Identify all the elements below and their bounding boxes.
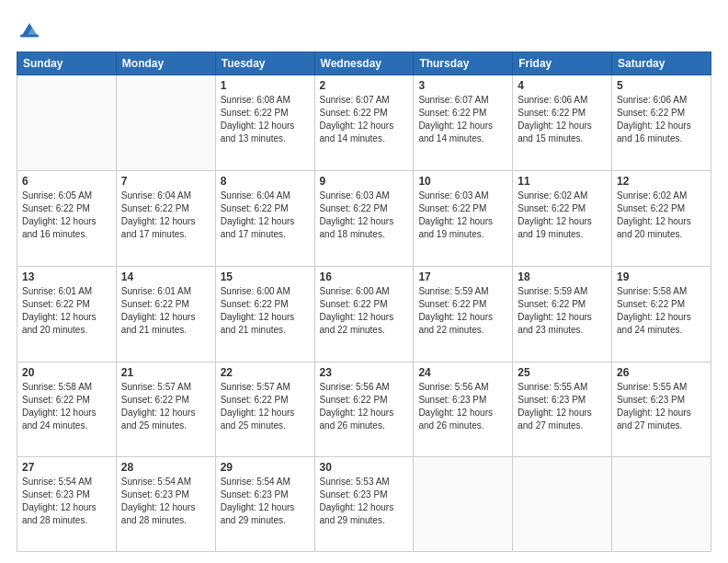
weekday-header: Thursday xyxy=(414,52,513,75)
day-number: 7 xyxy=(121,175,210,188)
day-info: Sunrise: 5:57 AM Sunset: 6:22 PM Dayligh… xyxy=(121,381,210,432)
day-info: Sunrise: 6:04 AM Sunset: 6:22 PM Dayligh… xyxy=(221,190,310,241)
calendar-cell: 29Sunrise: 5:54 AM Sunset: 6:23 PM Dayli… xyxy=(215,457,314,552)
calendar-cell: 12Sunrise: 6:02 AM Sunset: 6:22 PM Dayli… xyxy=(612,170,711,266)
day-info: Sunrise: 5:54 AM Sunset: 6:23 PM Dayligh… xyxy=(121,476,210,527)
calendar-cell: 2Sunrise: 6:07 AM Sunset: 6:22 PM Daylig… xyxy=(314,75,414,171)
calendar-cell: 20Sunrise: 5:58 AM Sunset: 6:22 PM Dayli… xyxy=(17,362,117,457)
day-info: Sunrise: 5:58 AM Sunset: 6:22 PM Dayligh… xyxy=(617,285,706,337)
calendar-cell: 10Sunrise: 6:03 AM Sunset: 6:22 PM Dayli… xyxy=(414,170,513,266)
calendar-cell: 22Sunrise: 5:57 AM Sunset: 6:22 PM Dayli… xyxy=(215,362,314,457)
calendar-week-row: 20Sunrise: 5:58 AM Sunset: 6:22 PM Dayli… xyxy=(17,362,711,457)
day-number: 15 xyxy=(221,270,310,283)
day-number: 9 xyxy=(320,175,409,188)
day-number: 29 xyxy=(221,461,310,474)
day-info: Sunrise: 6:07 AM Sunset: 6:22 PM Dayligh… xyxy=(320,94,409,145)
day-info: Sunrise: 5:55 AM Sunset: 6:23 PM Dayligh… xyxy=(617,381,706,432)
day-info: Sunrise: 5:56 AM Sunset: 6:22 PM Dayligh… xyxy=(320,381,409,432)
calendar-week-row: 13Sunrise: 6:01 AM Sunset: 6:22 PM Dayli… xyxy=(17,266,711,362)
calendar-cell: 5Sunrise: 6:06 AM Sunset: 6:22 PM Daylig… xyxy=(612,75,711,171)
day-number: 10 xyxy=(418,175,507,188)
logo xyxy=(17,17,46,42)
day-info: Sunrise: 6:00 AM Sunset: 6:22 PM Dayligh… xyxy=(320,285,409,337)
day-info: Sunrise: 5:54 AM Sunset: 6:23 PM Dayligh… xyxy=(221,476,310,527)
day-info: Sunrise: 6:06 AM Sunset: 6:22 PM Dayligh… xyxy=(518,94,607,145)
calendar-header-row: SundayMondayTuesdayWednesdayThursdayFrid… xyxy=(17,52,711,75)
day-info: Sunrise: 5:56 AM Sunset: 6:23 PM Dayligh… xyxy=(418,381,507,432)
day-number: 24 xyxy=(418,366,507,379)
calendar-table: SundayMondayTuesdayWednesdayThursdayFrid… xyxy=(17,52,711,552)
calendar-cell: 13Sunrise: 6:01 AM Sunset: 6:22 PM Dayli… xyxy=(17,266,117,362)
day-info: Sunrise: 6:02 AM Sunset: 6:22 PM Dayligh… xyxy=(617,190,706,241)
calendar-cell: 18Sunrise: 5:59 AM Sunset: 6:22 PM Dayli… xyxy=(513,266,612,362)
calendar-cell: 3Sunrise: 6:07 AM Sunset: 6:22 PM Daylig… xyxy=(414,75,513,171)
calendar-cell: 15Sunrise: 6:00 AM Sunset: 6:22 PM Dayli… xyxy=(215,266,314,362)
day-info: Sunrise: 5:59 AM Sunset: 6:22 PM Dayligh… xyxy=(518,285,607,337)
calendar-cell: 17Sunrise: 5:59 AM Sunset: 6:22 PM Dayli… xyxy=(414,266,513,362)
day-info: Sunrise: 5:53 AM Sunset: 6:23 PM Dayligh… xyxy=(320,476,409,527)
day-info: Sunrise: 6:08 AM Sunset: 6:22 PM Dayligh… xyxy=(221,94,310,145)
day-number: 12 xyxy=(617,175,706,188)
calendar-cell: 4Sunrise: 6:06 AM Sunset: 6:22 PM Daylig… xyxy=(513,75,612,171)
calendar-cell: 28Sunrise: 5:54 AM Sunset: 6:23 PM Dayli… xyxy=(116,457,215,552)
day-number: 5 xyxy=(617,79,706,92)
calendar-cell: 25Sunrise: 5:55 AM Sunset: 6:23 PM Dayli… xyxy=(513,362,612,457)
day-info: Sunrise: 5:55 AM Sunset: 6:23 PM Dayligh… xyxy=(518,381,607,432)
day-info: Sunrise: 6:06 AM Sunset: 6:22 PM Dayligh… xyxy=(617,94,706,145)
calendar-cell: 19Sunrise: 5:58 AM Sunset: 6:22 PM Dayli… xyxy=(612,266,711,362)
day-number: 27 xyxy=(22,461,111,474)
weekday-header: Saturday xyxy=(612,52,711,75)
day-number: 28 xyxy=(121,461,210,474)
day-info: Sunrise: 6:04 AM Sunset: 6:22 PM Dayligh… xyxy=(121,190,210,241)
day-number: 23 xyxy=(320,366,409,379)
day-number: 30 xyxy=(320,461,409,474)
day-number: 18 xyxy=(518,270,607,283)
calendar-cell: 7Sunrise: 6:04 AM Sunset: 6:22 PM Daylig… xyxy=(116,170,215,266)
day-info: Sunrise: 6:02 AM Sunset: 6:22 PM Dayligh… xyxy=(518,190,607,241)
day-number: 2 xyxy=(320,79,409,92)
calendar-cell: 16Sunrise: 6:00 AM Sunset: 6:22 PM Dayli… xyxy=(314,266,414,362)
day-info: Sunrise: 5:58 AM Sunset: 6:22 PM Dayligh… xyxy=(22,381,111,432)
day-number: 14 xyxy=(121,270,210,283)
weekday-header: Tuesday xyxy=(215,52,314,75)
day-number: 17 xyxy=(418,270,507,283)
day-number: 6 xyxy=(22,175,111,188)
day-number: 22 xyxy=(221,366,310,379)
calendar-cell: 27Sunrise: 5:54 AM Sunset: 6:23 PM Dayli… xyxy=(17,457,117,552)
calendar-cell: 23Sunrise: 5:56 AM Sunset: 6:22 PM Dayli… xyxy=(314,362,414,457)
svg-rect-2 xyxy=(20,35,39,38)
calendar-cell xyxy=(414,457,513,552)
calendar-cell: 24Sunrise: 5:56 AM Sunset: 6:23 PM Dayli… xyxy=(414,362,513,457)
day-info: Sunrise: 5:57 AM Sunset: 6:22 PM Dayligh… xyxy=(221,381,310,432)
day-info: Sunrise: 6:03 AM Sunset: 6:22 PM Dayligh… xyxy=(320,190,409,241)
calendar-cell xyxy=(116,75,215,171)
day-info: Sunrise: 6:07 AM Sunset: 6:22 PM Dayligh… xyxy=(418,94,507,145)
day-number: 26 xyxy=(617,366,706,379)
calendar-cell: 21Sunrise: 5:57 AM Sunset: 6:22 PM Dayli… xyxy=(116,362,215,457)
day-info: Sunrise: 5:54 AM Sunset: 6:23 PM Dayligh… xyxy=(22,476,111,527)
calendar-cell: 14Sunrise: 6:01 AM Sunset: 6:22 PM Dayli… xyxy=(116,266,215,362)
logo-icon xyxy=(17,17,42,42)
calendar-week-row: 1Sunrise: 6:08 AM Sunset: 6:22 PM Daylig… xyxy=(17,75,711,171)
calendar-cell: 8Sunrise: 6:04 AM Sunset: 6:22 PM Daylig… xyxy=(215,170,314,266)
calendar-week-row: 6Sunrise: 6:05 AM Sunset: 6:22 PM Daylig… xyxy=(17,170,711,266)
day-number: 4 xyxy=(518,79,607,92)
calendar-cell xyxy=(17,75,117,171)
calendar-week-row: 27Sunrise: 5:54 AM Sunset: 6:23 PM Dayli… xyxy=(17,457,711,552)
day-info: Sunrise: 6:00 AM Sunset: 6:22 PM Dayligh… xyxy=(221,285,310,337)
day-info: Sunrise: 6:05 AM Sunset: 6:22 PM Dayligh… xyxy=(22,190,111,241)
weekday-header: Friday xyxy=(513,52,612,75)
day-number: 8 xyxy=(221,175,310,188)
day-number: 19 xyxy=(617,270,706,283)
day-number: 1 xyxy=(221,79,310,92)
day-number: 13 xyxy=(22,270,111,283)
day-info: Sunrise: 6:01 AM Sunset: 6:22 PM Dayligh… xyxy=(121,285,210,337)
day-info: Sunrise: 6:03 AM Sunset: 6:22 PM Dayligh… xyxy=(418,190,507,241)
weekday-header: Sunday xyxy=(17,52,117,75)
calendar-cell: 9Sunrise: 6:03 AM Sunset: 6:22 PM Daylig… xyxy=(314,170,414,266)
day-number: 16 xyxy=(320,270,409,283)
weekday-header: Wednesday xyxy=(314,52,414,75)
weekday-header: Monday xyxy=(116,52,215,75)
day-info: Sunrise: 6:01 AM Sunset: 6:22 PM Dayligh… xyxy=(22,285,111,337)
calendar-cell xyxy=(612,457,711,552)
